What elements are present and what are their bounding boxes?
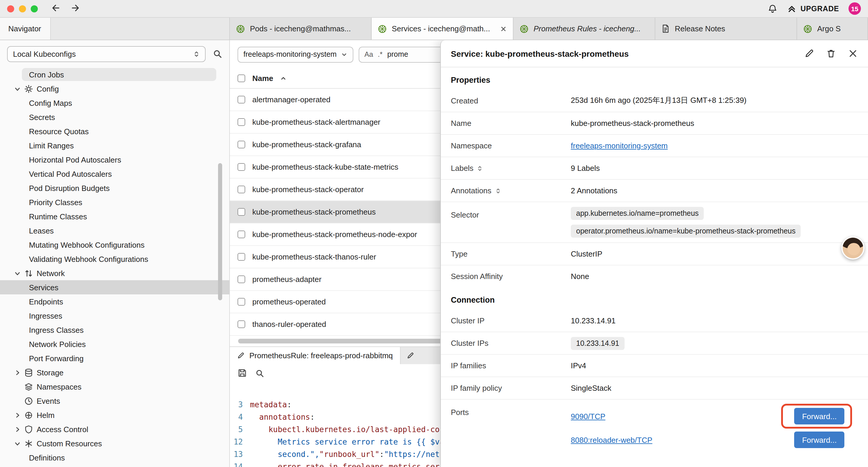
sidebar-item-label: Priority Classes (28, 198, 83, 207)
namespace-link[interactable]: freeleaps-monitoring-system (571, 141, 668, 150)
chevron-right-icon[interactable] (13, 369, 21, 376)
sidebar-item-limit-ranges[interactable]: Limit Ranges (0, 138, 229, 152)
row-checkbox[interactable] (238, 141, 245, 148)
chevron-right-icon[interactable] (13, 412, 21, 418)
sidebar-item-custom-resources[interactable]: Custom Resources (0, 436, 229, 450)
notification-count-badge[interactable]: 15 (848, 2, 861, 15)
list-search-input[interactable] (387, 50, 440, 59)
sidebar-item-cron-jobs[interactable]: Cron Jobs (0, 67, 229, 82)
row-checkbox[interactable] (238, 298, 245, 305)
chevron-down-icon[interactable] (13, 270, 21, 276)
kubeconfig-selector[interactable]: Local Kubeconfigs (7, 46, 206, 62)
sidebar-item-pod-disruption-budgets[interactable]: Pod Disruption Budgets (0, 181, 229, 195)
gear-icon (24, 84, 33, 93)
editor-tab-active[interactable]: PrometheusRule: freeleaps-prod-rabbitmq (230, 347, 401, 364)
tab-prometheus-rules-icecheng[interactable]: Prometheus Rules - icecheng... (514, 18, 655, 39)
row-checkbox[interactable] (238, 320, 245, 328)
chevron-down-icon[interactable] (13, 440, 21, 447)
sidebar-item-access-control[interactable]: Access Control (0, 422, 229, 436)
sidebar-item-port-forwarding[interactable]: Port Forwarding (0, 351, 229, 365)
row-checkbox[interactable] (238, 275, 245, 283)
sort-ascending-icon[interactable] (280, 75, 287, 82)
tab-close-icon[interactable] (500, 25, 507, 32)
sidebar-item-network[interactable]: Network (0, 266, 229, 280)
sidebar-item-services[interactable]: Services (0, 280, 229, 294)
upgrade-icon (787, 4, 796, 13)
sidebar-item-network-policies[interactable]: Network Policies (0, 337, 229, 351)
notifications-bell-icon[interactable] (767, 4, 777, 13)
delete-trash-icon[interactable] (826, 49, 836, 59)
sidebar-item-events[interactable]: Events (0, 394, 229, 408)
sidebar-item-label: Cron Jobs (28, 70, 64, 79)
chevron-down-icon[interactable] (13, 85, 21, 92)
port-link[interactable]: 9090/TCP (571, 412, 606, 420)
sidebar-item-namespaces[interactable]: Namespaces (0, 380, 229, 394)
sidebar-item-vertical-pod-autoscalers[interactable]: Vertical Pod Autoscalers (0, 167, 229, 181)
sort-toggle-icon[interactable] (477, 165, 483, 171)
sidebar-item-endpoints[interactable]: Endpoints (0, 294, 229, 309)
port-link[interactable]: 8080:reloader-web/TCP (571, 435, 652, 444)
save-icon[interactable] (238, 368, 247, 378)
window-minimize-button[interactable] (19, 5, 26, 12)
sidebar-item-leases[interactable]: Leases (0, 224, 229, 238)
sidebar-item-mutating-webhook-configurations[interactable]: Mutating Webhook Configurations (0, 238, 229, 252)
tab-pods-icecheng-mathmas[interactable]: Pods - icecheng@mathmas... (230, 18, 372, 39)
sidebar-item-priority-classes[interactable]: Priority Classes (0, 195, 229, 209)
sidebar-item-resource-quotas[interactable]: Resource Quotas (0, 124, 229, 138)
sidebar-item-definitions[interactable]: Definitions (0, 450, 229, 465)
tab-services-icecheng-math[interactable]: Services - icecheng@math... (372, 18, 514, 39)
sidebar-item-ingresses[interactable]: Ingresses (0, 309, 229, 323)
sidebar-item-ingress-classes[interactable]: Ingress Classes (0, 323, 229, 337)
forward-button[interactable]: Forward... (795, 408, 844, 425)
tab-argo-s[interactable]: Argo S (797, 18, 868, 39)
shield-icon (24, 425, 33, 434)
forward-button[interactable]: Forward... (795, 432, 844, 448)
service-name: kube-prometheus-stack-grafana (252, 140, 361, 149)
row-checkbox[interactable] (238, 96, 245, 104)
row-checkbox[interactable] (238, 208, 245, 216)
row-checkbox[interactable] (238, 231, 245, 238)
detail-row-value: ClusterIP (571, 250, 602, 258)
back-button[interactable] (46, 1, 66, 16)
sort-toggle-icon[interactable] (495, 188, 501, 194)
sidebar-item-horizontal-pod-autoscalers[interactable]: Horizontal Pod Autoscalers (0, 152, 229, 167)
sidebar-item-config-maps[interactable]: Config Maps (0, 96, 229, 110)
match-case-toggle[interactable]: Aa (364, 50, 373, 59)
namespace-filter-dropdown[interactable]: freeleaps-monitoring-system (238, 47, 353, 62)
row-checkbox[interactable] (238, 163, 245, 171)
sidebar-scrollbar[interactable] (218, 163, 222, 300)
upgrade-label: UPGRADE (800, 4, 839, 13)
row-checkbox[interactable] (238, 253, 245, 261)
sidebar-item-validating-webhook-configurations[interactable]: Validating Webhook Configurations (0, 252, 229, 266)
regex-toggle[interactable]: .* (378, 50, 382, 59)
sidebar-item-secrets[interactable]: Secrets (0, 110, 229, 124)
detail-row-labels: Labels9 Labels (441, 157, 868, 179)
detail-row-selector: Selectorapp.kubernetes.io/name=prometheu… (441, 202, 868, 242)
horizontal-scrollbar[interactable] (238, 339, 458, 344)
window-zoom-button[interactable] (31, 5, 38, 12)
editor-search-icon[interactable] (255, 369, 264, 377)
edit-pencil-icon[interactable] (804, 49, 814, 59)
row-checkbox[interactable] (238, 118, 245, 126)
window-close-button[interactable] (7, 5, 14, 12)
name-column-header[interactable]: Name (252, 74, 273, 83)
line-number: 12 (230, 436, 250, 448)
row-checkbox[interactable] (238, 185, 245, 193)
sidebar-item-runtime-classes[interactable]: Runtime Classes (0, 209, 229, 224)
sidebar-search-icon[interactable] (213, 49, 222, 59)
forward-button[interactable] (66, 1, 85, 16)
sidebar-item-storage[interactable]: Storage (0, 365, 229, 380)
sidebar-item-config[interactable]: Config (0, 82, 229, 96)
detail-row-label: Ports (451, 408, 469, 417)
value-chip: app.kubernetes.io/name=prometheus (571, 207, 704, 220)
user-avatar[interactable] (841, 236, 864, 260)
chevron-right-icon[interactable] (13, 426, 21, 432)
sidebar-item-helm[interactable]: Helm (0, 408, 229, 422)
detail-row-cluster-ips: Cluster IPs10.233.14.91 (441, 332, 868, 354)
close-icon[interactable] (848, 49, 858, 59)
navigator-tab[interactable]: Navigator (0, 18, 51, 39)
upgrade-button[interactable]: UPGRADE (787, 4, 839, 13)
tab-release-notes[interactable]: Release Notes (655, 18, 797, 39)
select-all-checkbox[interactable] (238, 75, 245, 82)
sidebar-item-label: Secrets (28, 113, 55, 121)
